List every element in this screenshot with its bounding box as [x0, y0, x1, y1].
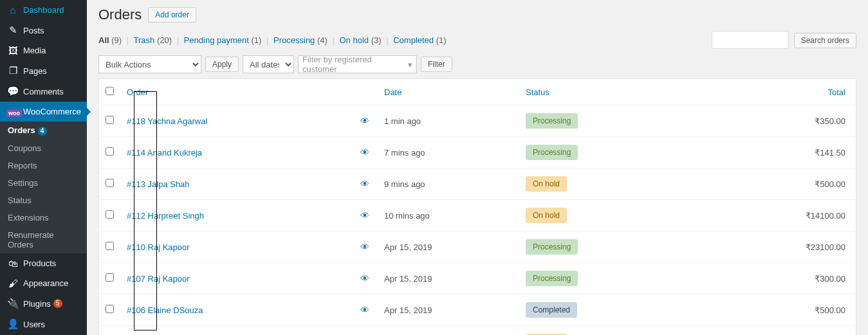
woocommerce-icon: woo: [6, 106, 19, 117]
row-checkbox[interactable]: [106, 305, 114, 313]
select-all-checkbox[interactable]: [106, 87, 114, 95]
table-row: #114 Anand Kukreja👁7 mins agoProcessing₹…: [99, 137, 856, 168]
status-badge: On hold: [526, 176, 567, 192]
order-link[interactable]: #107 Raj Kapoor: [127, 274, 190, 284]
date-header[interactable]: Date: [378, 79, 519, 105]
row-checkbox[interactable]: [106, 147, 114, 156]
filter-trash[interactable]: Trash (20): [134, 35, 172, 45]
sidebar-item-posts[interactable]: ✎Posts: [0, 20, 87, 41]
submenu-coupons[interactable]: Coupons: [0, 140, 87, 157]
sidebar-item-label: Plugins: [23, 299, 51, 309]
apply-button[interactable]: Apply: [205, 57, 239, 72]
status-badge: Processing: [526, 113, 578, 129]
sidebar-item-comments[interactable]: 💬Comments: [0, 81, 87, 102]
sidebar-item-plugins[interactable]: 🔌Plugins5: [0, 293, 87, 314]
tablenav: Bulk Actions Apply All dates Filter by r…: [98, 55, 856, 73]
order-cell: #106 Elaine DSouza: [120, 294, 352, 326]
plugins-icon: 🔌: [6, 298, 19, 309]
eye-icon[interactable]: 👁: [360, 210, 369, 221]
sidebar-item-woocommerce[interactable]: wooWooCommerce: [0, 102, 87, 122]
row-checkbox[interactable]: [106, 210, 114, 219]
dates-select[interactable]: All dates: [243, 55, 294, 73]
table-row: #118 Yachna Agarwal👁1 min agoProcessing₹…: [99, 105, 856, 137]
comments-icon: 💬: [6, 86, 19, 97]
filter-pending[interactable]: Pending payment (1): [184, 35, 262, 45]
search-button[interactable]: Search orders: [794, 33, 856, 48]
row-checkbox[interactable]: [106, 273, 114, 282]
eye-icon[interactable]: 👁: [360, 242, 369, 252]
status-badge: Processing: [526, 271, 578, 286]
total-cell: ₹23100.00: [751, 231, 856, 263]
order-link[interactable]: #113 Jalpa Shah: [127, 179, 190, 189]
sidebar-item-products[interactable]: 🛍Products: [0, 253, 87, 273]
total-cell: ₹500.00: [751, 294, 856, 326]
status-badge: Completed: [526, 302, 577, 318]
filter-processing[interactable]: Processing (4): [273, 35, 328, 45]
order-cell: #107 Raj Kapoor: [120, 263, 352, 294]
pages-icon: ❐: [6, 65, 19, 77]
status-badge: On hold: [526, 208, 567, 223]
eye-icon[interactable]: 👁: [360, 116, 369, 126]
table-row: #103 Claire Smith👁Apr 15, 2019On hold₹26…: [99, 326, 856, 336]
sidebar-item-pages[interactable]: ❐Pages: [0, 60, 87, 81]
row-checkbox[interactable]: [106, 242, 114, 250]
date-cell: 10 mins ago: [378, 200, 519, 231]
submenu-extensions[interactable]: Extensions: [0, 209, 87, 226]
sidebar-item-dashboard[interactable]: ⌂Dashboard: [0, 0, 87, 20]
eye-icon[interactable]: 👁: [360, 147, 369, 158]
order-header[interactable]: Order: [120, 79, 352, 105]
order-link[interactable]: #110 Raj Kapoor: [127, 242, 190, 252]
filter-button[interactable]: Filter: [421, 57, 452, 72]
add-order-button[interactable]: Add order: [148, 7, 196, 23]
submenu-orders[interactable]: Orders4: [0, 122, 87, 140]
table-row: #107 Raj Kapoor👁Apr 15, 2019Processing₹3…: [99, 263, 856, 294]
posts-icon: ✎: [6, 24, 19, 36]
status-badge: Processing: [526, 145, 578, 160]
sidebar-item-users[interactable]: 👤Users: [0, 314, 87, 334]
page-title: Orders: [98, 6, 142, 23]
row-checkbox[interactable]: [106, 116, 114, 124]
total-header[interactable]: Total: [751, 79, 856, 105]
search-box: Search orders: [712, 31, 856, 49]
filter-all[interactable]: All (9): [98, 35, 122, 45]
order-link[interactable]: #114 Anand Kukreja: [127, 148, 202, 158]
row-checkbox[interactable]: [106, 179, 114, 187]
date-cell: 9 mins ago: [378, 168, 519, 200]
total-cell: ₹500.00: [751, 168, 856, 200]
total-cell: ₹300.00: [751, 263, 856, 294]
eye-icon[interactable]: 👁: [360, 305, 369, 315]
eye-icon[interactable]: 👁: [360, 273, 369, 284]
sidebar-item-appearance[interactable]: 🖌Appearance: [0, 273, 87, 293]
badge: 5: [53, 299, 62, 308]
eye-icon[interactable]: 👁: [360, 179, 369, 189]
date-cell: 7 mins ago: [378, 137, 519, 168]
search-input[interactable]: [712, 31, 789, 49]
filter-completed[interactable]: Completed (1): [393, 35, 446, 45]
filter-onhold[interactable]: On hold (3): [340, 35, 382, 45]
bulk-actions-select[interactable]: Bulk Actions: [98, 55, 201, 73]
date-cell: Apr 15, 2019: [378, 263, 519, 294]
customer-filter-select[interactable]: Filter by registered customer▾: [298, 55, 417, 73]
select-all-header: [99, 79, 121, 105]
order-link[interactable]: #106 Elaine DSouza: [127, 305, 203, 315]
order-link[interactable]: #118 Yachna Agarwal: [127, 116, 207, 126]
order-cell: #114 Anand Kukreja: [120, 137, 352, 168]
submenu-status[interactable]: Status: [0, 192, 87, 209]
submenu-settings[interactable]: Settings: [0, 174, 87, 192]
order-cell: #112 Harpreet Singh: [120, 200, 352, 231]
table-row: #106 Elaine DSouza👁Apr 15, 2019Completed…: [99, 294, 856, 326]
status-cell: On hold: [519, 326, 751, 336]
status-badge: Processing: [526, 239, 578, 255]
order-link[interactable]: #112 Harpreet Singh: [127, 211, 204, 221]
table-row: #110 Raj Kapoor👁Apr 15, 2019Processing₹2…: [99, 231, 856, 263]
status-cell: Completed: [519, 294, 751, 326]
badge: 4: [38, 127, 47, 136]
submenu-reports[interactable]: Reports: [0, 157, 87, 174]
status-header[interactable]: Status: [519, 79, 751, 105]
order-cell: #110 Raj Kapoor: [120, 231, 352, 263]
status-cell: On hold: [519, 168, 751, 200]
dashboard-icon: ⌂: [6, 5, 19, 15]
appearance-icon: 🖌: [6, 278, 19, 289]
sidebar-item-media[interactable]: 🖾Media: [0, 41, 87, 60]
submenu-renumerate-orders[interactable]: Renumerate Orders: [0, 226, 87, 253]
